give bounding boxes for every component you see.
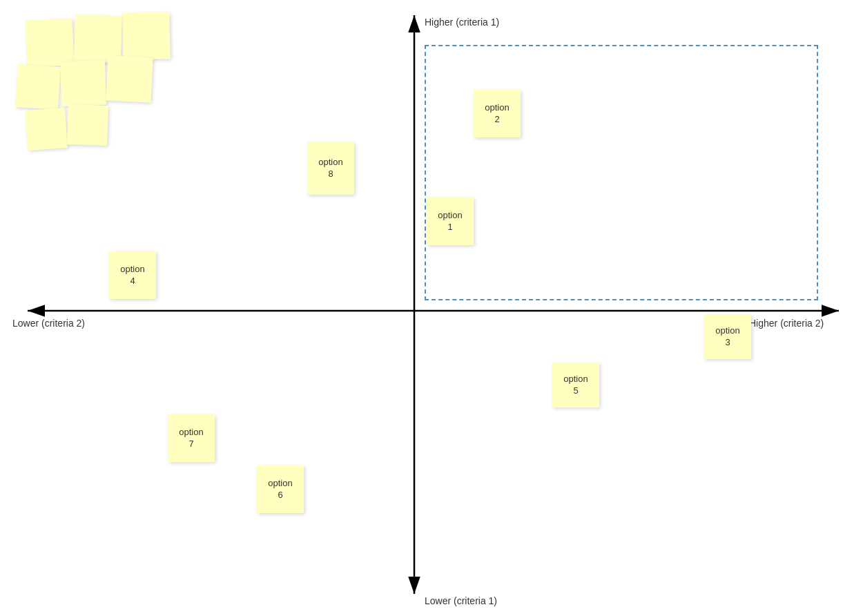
sticky-option1[interactable]: option1	[427, 198, 474, 245]
x-left-label: Lower (criteria 2)	[12, 318, 85, 329]
x-right-label: Higher (criteria 2)	[749, 318, 824, 329]
loose-sticky-8[interactable]	[67, 104, 108, 146]
loose-sticky-5[interactable]	[60, 60, 106, 106]
y-bottom-label: Lower (criteria 1)	[425, 595, 497, 606]
sticky-option5[interactable]: option5	[552, 363, 599, 407]
sticky-option8[interactable]: option8	[307, 142, 354, 195]
loose-sticky-1[interactable]	[25, 18, 74, 67]
canvas: Higher (criteria 1) Lower (criteria 1) L…	[0, 0, 863, 616]
loose-sticky-3[interactable]	[122, 12, 170, 59]
y-top-label: Higher (criteria 1)	[425, 17, 499, 28]
sticky-option6[interactable]: option6	[257, 465, 304, 513]
sticky-option7[interactable]: option7	[168, 414, 215, 462]
sticky-option3[interactable]: option3	[704, 314, 751, 359]
sticky-option2[interactable]: option2	[474, 90, 521, 137]
priority-zone	[425, 45, 818, 300]
loose-sticky-4[interactable]	[15, 64, 61, 110]
loose-sticky-6[interactable]	[106, 55, 153, 102]
sticky-option4[interactable]: option4	[109, 251, 156, 299]
loose-sticky-7[interactable]	[25, 108, 68, 151]
